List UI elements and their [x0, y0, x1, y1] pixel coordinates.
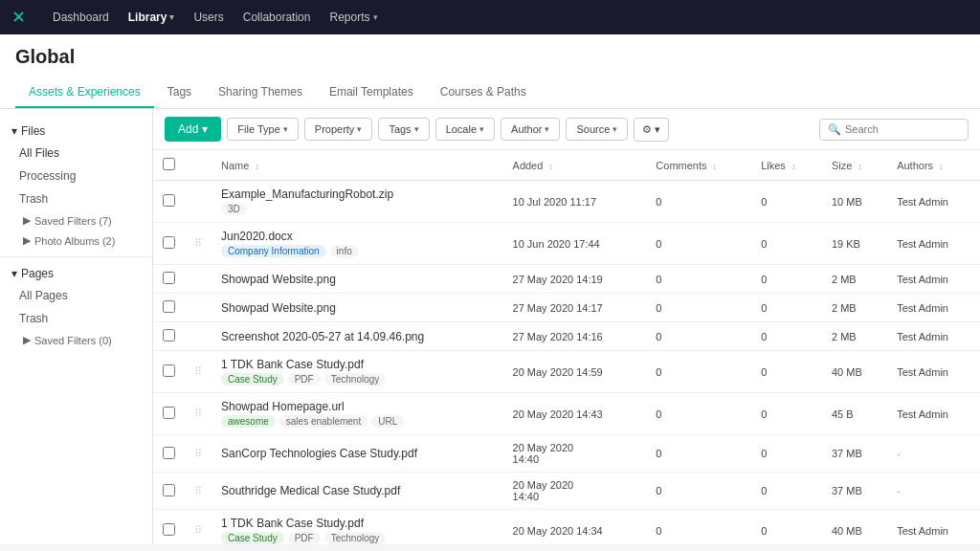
cell-comments: 0 [646, 322, 751, 351]
cell-added: 20 May 2020 14:40 [503, 435, 647, 473]
drag-handle[interactable]: ⠿ [185, 223, 212, 265]
sidebar-photo-albums[interactable]: ▶ Photo Albums (2) [0, 231, 152, 251]
cell-comments: 0 [646, 393, 751, 435]
cell-likes: 0 [751, 351, 822, 393]
cell-added: 10 Jul 2020 11:17 [503, 181, 647, 223]
sidebar-all-files[interactable]: All Files [0, 142, 152, 165]
row-checkbox[interactable] [163, 236, 175, 249]
sidebar-pages-saved-filters[interactable]: ▶ Saved Filters (0) [0, 330, 152, 350]
cell-comments: 0 [646, 473, 751, 510]
add-button[interactable]: Add ▾ [165, 117, 221, 142]
drag-handle [185, 294, 212, 322]
nav-dashboard[interactable]: Dashboard [53, 11, 109, 24]
saved-filters-arrow: ▶ [23, 214, 31, 227]
row-checkbox[interactable] [163, 447, 175, 459]
cell-size: 10 MB [822, 181, 887, 223]
photo-albums-arrow: ▶ [23, 234, 31, 247]
filter-property[interactable]: Property ▾ [304, 118, 373, 141]
nav-reports[interactable]: Reports ▾ [329, 11, 377, 24]
row-checkbox[interactable] [163, 523, 175, 536]
drag-handle[interactable]: ⠿ [185, 510, 212, 545]
search-input[interactable] [845, 123, 960, 135]
sidebar-processing[interactable]: Processing [0, 165, 152, 187]
sidebar-divider [0, 256, 152, 257]
nav-library-arrow: ▾ [169, 12, 174, 22]
select-all-checkbox[interactable] [163, 158, 175, 170]
file-name: Jun2020.docx [221, 230, 494, 243]
locale-arrow: ▾ [479, 124, 484, 134]
tab-assets-experiences[interactable]: Assets & Experiences [15, 77, 154, 108]
drag-handle[interactable]: ⠿ [185, 435, 212, 473]
header-authors[interactable]: Authors ↕ [887, 150, 980, 181]
files-collapse-arrow: ▾ [11, 124, 17, 138]
column-settings-button[interactable]: ⚙ ▾ [634, 118, 669, 142]
row-checkbox[interactable] [163, 329, 175, 342]
cell-likes: 0 [751, 322, 822, 351]
cell-size: 45 B [822, 393, 887, 435]
drag-handle [185, 181, 212, 223]
tag-badge: sales enablement [279, 415, 368, 428]
header-likes[interactable]: Likes ↕ [751, 150, 822, 181]
content-area: Add ▾ File Type ▾ Property ▾ Tags ▾ Loca… [153, 109, 980, 544]
cell-comments: 0 [646, 223, 751, 265]
filter-tags[interactable]: Tags ▾ [378, 118, 429, 141]
cell-size: 37 MB [822, 435, 887, 473]
file-name: Screenshot 2020-05-27 at 14.09.46.png [221, 330, 494, 343]
size-sort-icon: ↕ [858, 162, 862, 171]
cell-likes: 0 [751, 510, 822, 545]
filter-file-type[interactable]: File Type ▾ [227, 118, 298, 141]
filter-author[interactable]: Author ▾ [501, 118, 560, 141]
top-navigation: ✕ Dashboard Library ▾ Users Collaboratio… [0, 0, 980, 34]
header-name[interactable]: Name ↕ [212, 150, 503, 181]
nav-library[interactable]: Library ▾ [128, 11, 175, 24]
cell-comments: 0 [646, 351, 751, 393]
sidebar-pages-trash[interactable]: Trash [0, 307, 152, 330]
table-row: ⠿1 TDK Bank Case Study.pdfCase StudyPDFT… [153, 351, 980, 393]
sidebar-saved-filters[interactable]: ▶ Saved Filters (7) [0, 210, 152, 231]
header-size[interactable]: Size ↕ [822, 150, 887, 181]
nav-users[interactable]: Users [193, 11, 223, 24]
file-type-arrow: ▾ [283, 124, 288, 134]
sidebar-files-section[interactable]: ▾ Files [0, 121, 152, 142]
cell-comments: 0 [646, 435, 751, 473]
cell-size: 2 MB [822, 265, 887, 294]
file-name: Showpad Homepage.url [221, 400, 494, 413]
property-arrow: ▾ [357, 124, 362, 134]
tab-courses-paths[interactable]: Courses & Paths [427, 77, 540, 108]
toolbar: Add ▾ File Type ▾ Property ▾ Tags ▾ Loca… [153, 109, 980, 150]
row-checkbox[interactable] [163, 364, 175, 377]
tab-tags[interactable]: Tags [154, 77, 205, 108]
table-row: Example_ManufacturingRobot.zip3D10 Jul 2… [153, 181, 980, 223]
file-name: 1 TDK Bank Case Study.pdf [221, 517, 494, 530]
drag-handle[interactable]: ⠿ [185, 473, 212, 510]
author-arrow: ▾ [545, 124, 549, 134]
row-checkbox[interactable] [163, 272, 175, 284]
sidebar-pages-section[interactable]: ▾ Pages [0, 263, 152, 284]
name-sort-icon: ↕ [255, 162, 259, 171]
cell-comments: 0 [646, 294, 751, 322]
row-checkbox[interactable] [163, 407, 175, 419]
cell-likes: 0 [751, 473, 822, 510]
nav-collaboration[interactable]: Collaboration [243, 11, 311, 24]
cell-added: 27 May 2020 14:16 [503, 322, 647, 351]
tag-badge: Company Information [221, 245, 326, 257]
cell-authors: - [887, 473, 980, 510]
tab-email-templates[interactable]: Email Templates [316, 77, 427, 108]
file-name: SanCorp Technologies Case Study.pdf [221, 447, 494, 460]
filter-source[interactable]: Source ▾ [566, 118, 628, 141]
drag-handle[interactable]: ⠿ [185, 393, 212, 435]
row-checkbox[interactable] [163, 194, 175, 207]
filter-locale[interactable]: Locale ▾ [435, 118, 495, 141]
sidebar-files-trash[interactable]: Trash [0, 187, 152, 210]
sidebar-all-pages[interactable]: All Pages [0, 284, 152, 307]
drag-handle[interactable]: ⠿ [185, 351, 212, 393]
row-checkbox[interactable] [163, 484, 175, 496]
tab-sharing-themes[interactable]: Sharing Themes [205, 77, 316, 108]
table-row: ⠿1 TDK Bank Case Study.pdfCase StudyPDFT… [153, 510, 980, 545]
cell-added: 20 May 2020 14:40 [503, 473, 647, 510]
add-arrow-icon: ▾ [202, 122, 208, 136]
authors-sort-icon: ↕ [939, 162, 944, 171]
header-added[interactable]: Added ↕ [503, 150, 647, 181]
row-checkbox[interactable] [163, 300, 175, 313]
header-comments[interactable]: Comments ↕ [646, 150, 751, 181]
